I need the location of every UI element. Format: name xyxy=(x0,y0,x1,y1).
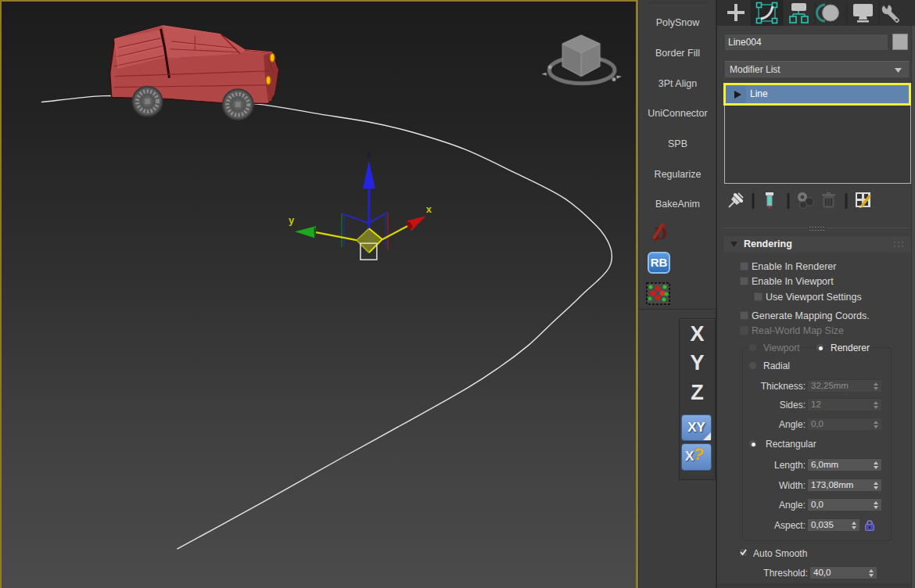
svg-text:z: z xyxy=(367,149,371,159)
svg-text:y: y xyxy=(289,214,295,226)
svg-text:x: x xyxy=(426,203,432,215)
